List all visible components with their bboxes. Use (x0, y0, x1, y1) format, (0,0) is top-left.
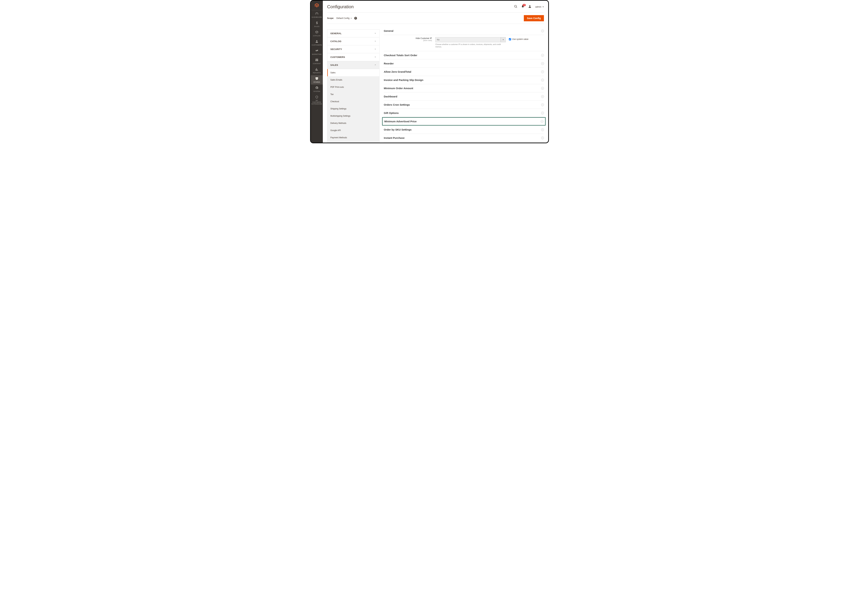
subtab-sales-emails[interactable]: Sales Emails (327, 76, 380, 84)
gear-icon (315, 86, 319, 90)
nav-label: CUSTOMERS (312, 44, 322, 46)
chevron-up-icon (374, 64, 376, 66)
notification-badge: 39 (523, 4, 526, 6)
nav-sales[interactable]: SALES (311, 20, 323, 29)
nav-catalog[interactable]: CATALOG (311, 29, 323, 38)
nav-label: STORES (314, 81, 320, 83)
scope-label: Scope: (327, 17, 334, 19)
notifications-icon[interactable]: 39 (521, 5, 524, 9)
expand-icon (541, 95, 544, 98)
person-icon (315, 40, 319, 44)
subtab-tax[interactable]: Tax (327, 91, 380, 98)
nav-customers[interactable]: CUSTOMERS (311, 38, 323, 47)
scope-selector[interactable]: Default Config ▼ (336, 17, 352, 19)
tab-title: SECURITY (330, 48, 342, 50)
puzzle-icon (315, 95, 319, 99)
store-icon (315, 77, 319, 81)
section-order-by-sku[interactable]: Order by SKU Settings (384, 126, 544, 134)
nav-label: MARKETING (312, 53, 322, 55)
section-min-advertised-price[interactable]: Minimum Advertised Price (382, 117, 546, 126)
svg-point-0 (514, 5, 517, 8)
subtab-pdf-printouts[interactable]: PDF Print-outs (327, 84, 380, 91)
subtab-google-api[interactable]: Google API (327, 127, 380, 134)
gauge-icon (315, 12, 319, 16)
caret-down-icon: ▼ (350, 17, 352, 19)
save-config-button[interactable]: Save Config (524, 15, 544, 21)
section-title: Dashboard (384, 95, 397, 98)
caret-down-icon: ▼ (542, 6, 544, 8)
section-instant-purchase[interactable]: Instant Purchase (384, 134, 544, 142)
nav-marketing[interactable]: MARKETING (311, 47, 323, 57)
expand-icon (541, 62, 544, 65)
expand-icon (541, 70, 544, 73)
use-system-checkbox-input[interactable] (509, 38, 511, 41)
magento-logo[interactable] (311, 1, 323, 10)
subtab-payment-methods[interactable]: Payment Methods (327, 134, 380, 141)
subtab-checkout[interactable]: Checkout (327, 98, 380, 105)
field-scope: [store view] (384, 39, 432, 41)
section-title: Checkout Totals Sort Order (384, 54, 417, 57)
field-label: Hide Customer IP (415, 37, 432, 39)
expand-icon (541, 87, 544, 90)
nav-dashboard[interactable]: DASHBOARD (311, 10, 323, 20)
nav-system[interactable]: SYSTEM (311, 84, 323, 94)
section-dashboard[interactable]: Dashboard (384, 92, 544, 101)
section-min-order[interactable]: Minimum Order Amount (384, 84, 544, 92)
tab-group-catalog[interactable]: CATALOG (327, 37, 380, 45)
section-gift-options[interactable]: Gift Options (384, 109, 544, 117)
nav-partners[interactable]: ND PARTNERS EXTENSIONS (311, 94, 323, 106)
bars-icon (315, 67, 319, 72)
tab-title: SALES (330, 64, 338, 66)
collapse-icon (541, 30, 544, 32)
expand-icon (541, 103, 544, 106)
subtab-delivery-methods[interactable]: Delivery Methods (327, 120, 380, 127)
cube-icon (315, 30, 319, 34)
nav-label: SYSTEM (314, 90, 320, 92)
subtab-shipping-settings[interactable]: Shipping Settings (327, 105, 380, 112)
user-menu[interactable]: admin ▼ (535, 6, 544, 8)
tab-title: CUSTOMERS (330, 56, 345, 58)
layout-icon (315, 58, 319, 62)
main-content: Configuration 39 admin ▼ (323, 1, 548, 143)
subtab-sales[interactable]: Sales (327, 69, 380, 76)
section-general[interactable]: General (384, 30, 544, 35)
tab-group-security[interactable]: SECURITY (327, 45, 380, 53)
section-title: General (384, 30, 394, 32)
section-orders-cron[interactable]: Orders Cron Settings (384, 101, 544, 109)
chevron-down-icon (374, 56, 376, 58)
nav-label: REPORTS (313, 72, 320, 74)
section-reorder[interactable]: Reorder (384, 59, 544, 68)
field-hint: Choose whether a customer IP is shown in… (435, 43, 506, 48)
search-icon[interactable] (514, 5, 517, 9)
account-icon[interactable] (528, 5, 531, 9)
section-checkout-totals[interactable]: Checkout Totals Sort Order (384, 51, 544, 59)
nav-reports[interactable]: REPORTS (311, 66, 323, 75)
chevron-down-icon (374, 40, 376, 43)
nav-stores[interactable]: STORES (311, 75, 323, 84)
hide-customer-ip-select[interactable]: No (435, 37, 506, 42)
page-title: Configuration (327, 4, 354, 9)
nav-label: DASHBOARD (312, 16, 322, 18)
tab-group-general[interactable]: GENERAL (327, 30, 380, 37)
subtab-3d-secure[interactable]: 3D Secure (327, 141, 380, 143)
sales-subtabs: Sales Sales Emails PDF Print-outs Tax Ch… (327, 69, 380, 143)
section-invoice-design[interactable]: Invoice and Packing Slip Design (384, 76, 544, 84)
help-icon[interactable]: ? (354, 17, 357, 20)
section-archiving[interactable]: Orders, Invoices, Shipments, Credit Memo… (384, 142, 544, 143)
section-zero-grandtotal[interactable]: Allow Zero GrandTotal (384, 68, 544, 76)
dollar-icon (315, 21, 319, 25)
section-title: Gift Options (384, 111, 399, 114)
section-title: Allow Zero GrandTotal (384, 70, 411, 73)
tab-group-sales[interactable]: SALES (327, 61, 380, 69)
use-system-value-checkbox[interactable]: Use system value (506, 38, 540, 41)
chevron-down-icon (374, 32, 376, 35)
expand-icon (541, 54, 544, 57)
tab-title: GENERAL (330, 32, 342, 35)
expand-icon (541, 137, 544, 139)
nav-content[interactable]: CONTENT (311, 57, 323, 66)
section-title: Order by SKU Settings (384, 128, 412, 131)
expand-icon (541, 128, 544, 131)
tab-group-customers[interactable]: CUSTOMERS (327, 53, 380, 61)
subtab-multishipping-settings[interactable]: Multishipping Settings (327, 112, 380, 120)
user-label: admin (535, 6, 541, 8)
